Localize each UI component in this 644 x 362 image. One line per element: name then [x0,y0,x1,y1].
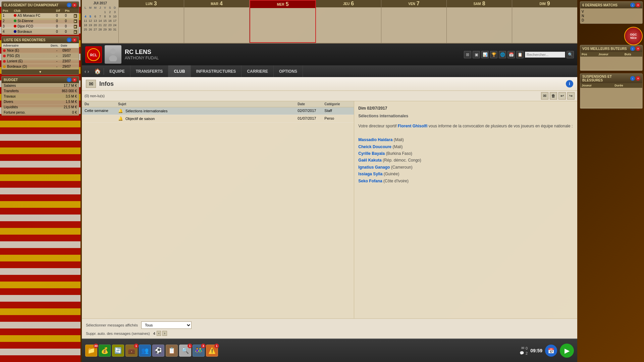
taskbar-icon-transfer[interactable]: 🔄 [112,345,124,357]
msg-forward-icon[interactable]: ↪ [567,92,575,100]
cal-day[interactable]: 19 [88,23,93,27]
budget-info-btn[interactable]: i [67,77,71,82]
taskbar-icon-magnify[interactable]: 🔍1 [179,345,191,357]
cal-day[interactable]: 15 [103,19,107,23]
list-item[interactable]: Lorient (E) - 23/07 [2,59,79,64]
table-row[interactable]: 🔔 Objectif de saison 01/07/2017 Perso [82,115,354,123]
week-day-column[interactable]: MER 5 [250,0,316,43]
cal-day[interactable]: 9 [108,14,112,18]
cal-day[interactable]: 4 [83,14,88,18]
toolbar-calendar-icon[interactable]: 📅 [507,51,515,58]
table-row[interactable]: 3 Dijon FCO 0 0 ▶ [2,24,79,29]
matches-scroll-down[interactable]: ▼ [2,69,79,74]
lm-info-btn[interactable]: i [630,3,635,7]
toolbar-cup-icon[interactable]: 🏆 [490,51,497,58]
toolbar-formation-icon[interactable]: ⊞ [464,51,471,58]
list-item[interactable]: PSG (D) - 15/07 [2,53,79,59]
msg-read-icon[interactable]: ✉ [541,92,548,100]
row-scroll-btn[interactable]: ▶ [74,30,77,34]
week-day-column[interactable]: LUN 3 [119,0,184,43]
cal-day[interactable]: 10 [112,14,117,18]
taskbar-icon-squad[interactable]: 👫3 [193,345,205,357]
susp-info-btn[interactable]: i [630,76,635,81]
nav-item-options[interactable]: OPTIONS [274,65,303,77]
row-scroll-btn[interactable]: ▶ [74,14,77,18]
nav-home-btn[interactable]: 🏠 [92,68,104,74]
cal-day[interactable]: 13 [93,19,98,23]
nav-item-infrastructures[interactable]: INFRASTRUCTURES [191,65,242,77]
nav-item-equipe[interactable]: EQUIPE [104,65,130,77]
taskbar-icon-players[interactable]: 👥 [139,345,151,357]
week-day-column[interactable]: SAM 8 [447,0,512,43]
week-day-column[interactable]: JEU 6 [316,0,381,43]
cal-day[interactable]: 8 [103,14,107,18]
cal-day[interactable]: 20 [93,23,98,27]
cal-day[interactable]: 14 [98,19,103,23]
table-row[interactable]: 1 AS Monaco FC 0 0 ▶ [2,13,79,18]
cal-day[interactable]: 18 [83,23,88,27]
cal-day[interactable]: 28 [98,27,103,32]
toolbar-tactics-icon[interactable]: ▣ [473,51,480,58]
lm-close-btn[interactable]: ✕ [636,3,640,7]
cal-day[interactable]: 29 [103,27,107,32]
taskbar-icon-money[interactable]: 💰 [99,345,111,357]
week-day-column[interactable]: VEN 7 [381,0,447,43]
cal-day[interactable]: 3 [112,10,117,14]
cal-day[interactable]: 25 [83,27,88,32]
search-input[interactable] [525,52,565,58]
susp-close-btn[interactable]: ✕ [636,76,640,81]
nav-back-btn[interactable]: ‹ [85,69,86,74]
taskbar-play-btn[interactable]: ▶ [560,344,574,358]
cal-day[interactable]: 6 [93,14,98,18]
list-item[interactable]: Nice (E) - 09/07 [2,48,79,53]
cal-day[interactable]: 7 [98,14,103,18]
cal-day[interactable]: 12 [88,19,93,23]
ts-close-btn[interactable]: ✕ [636,46,640,51]
cal-day[interactable]: 11 [83,19,88,23]
search-icon[interactable]: 🔍 [567,51,574,58]
nav-item-carriere[interactable]: CARRIERE [241,65,274,77]
matches-info-btn[interactable]: i [67,38,71,42]
weeks-increase-btn[interactable]: › [162,331,167,336]
infos-info-button[interactable]: i [566,80,573,87]
toolbar-report-icon[interactable]: 📋 [516,51,524,58]
cal-day[interactable]: 2 [108,10,112,14]
taskbar-icon-folder[interactable]: 📁30 [85,345,97,357]
championship-close-btn[interactable]: ✕ [72,3,77,7]
nav-item-club[interactable]: CLUB [168,65,191,77]
row-scroll-btn[interactable]: ▶ [74,25,77,28]
taskbar-icon-ball[interactable]: ⚽ [152,345,164,357]
cal-day[interactable]: 31 [112,27,117,32]
taskbar-icon-warning[interactable]: ⚠️1 [206,345,218,357]
cal-day[interactable]: 23 [108,23,112,27]
cal-day[interactable]: 26 [88,27,93,32]
nav-forward-btn[interactable]: › [88,69,89,74]
table-row[interactable]: 2 St-Etienne 0 0 ▶ [2,18,79,24]
msg-delete-icon[interactable]: 🗑 [550,92,557,100]
taskbar-icon-suitcase[interactable]: 💼1 [125,345,138,357]
cal-day[interactable]: 22 [103,23,107,27]
cal-day[interactable]: 1 [103,10,107,14]
cal-day[interactable]: 21 [98,23,103,27]
toolbar-stats-icon[interactable]: 📊 [481,51,489,58]
weeks-decrease-btn[interactable]: ‹ [157,331,161,336]
week-day-column[interactable]: DIM 9 [512,0,577,43]
matches-close-btn[interactable]: ✕ [72,38,77,42]
list-item[interactable]: Bordeaux (D) - 29/07 [2,64,79,69]
filter-select[interactable]: Tous Non lus Lus [141,321,192,329]
msg-reply-icon[interactable]: ↩ [558,92,566,100]
nav-item-transferts[interactable]: TRANSFERTS [130,65,169,77]
ts-info-btn[interactable]: i [630,46,635,51]
week-day-column[interactable]: MAR 4 [184,0,250,43]
cal-day[interactable]: 30 [108,27,112,32]
championship-info-btn[interactable]: i [67,3,71,7]
row-scroll-btn[interactable]: ▶ [74,19,77,23]
table-row[interactable]: 4 Bordeaux 0 0 ▶ [2,29,79,35]
cal-day[interactable]: 17 [112,19,117,23]
cal-day[interactable]: 16 [108,19,112,23]
taskbar-calendar-btn[interactable]: 📅 [545,345,557,357]
budget-close-btn[interactable]: ✕ [72,77,77,82]
table-row[interactable]: Cette semaine 🔔 Sélections international… [82,107,354,115]
cal-day[interactable]: 5 [88,14,93,18]
cal-day[interactable]: 24 [112,23,117,27]
